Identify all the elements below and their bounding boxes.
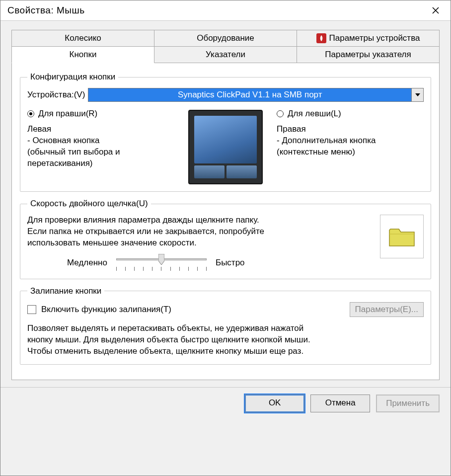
chevron-down-icon — [415, 93, 420, 96]
window-title: Свойства: Мышь — [7, 5, 85, 16]
button-config-legend: Конфигурация кнопки — [27, 72, 118, 82]
click-lock-params-button: Параметры(E)... — [350, 302, 424, 317]
folder-icon — [388, 225, 416, 248]
radio-right-handed[interactable]: Для правши(R) — [27, 109, 174, 119]
click-lock-checkbox[interactable]: Включить функцию залипания(T) — [27, 305, 171, 315]
double-click-slider[interactable] — [114, 254, 209, 272]
tab-pointers[interactable]: Указатели — [154, 46, 297, 63]
fast-label: Быстро — [216, 258, 245, 268]
button-config-group: Конфигурация кнопки Устройства:(V) Synap… — [20, 72, 431, 192]
title-bar: Свойства: Мышь — [0, 0, 451, 21]
right-handed-desc: Левая - Основная кнопка (обычный тип выб… — [27, 124, 174, 169]
double-click-test-folder[interactable] — [380, 215, 424, 258]
synaptics-icon — [316, 33, 326, 43]
double-click-desc: Для проверки влияния параметра дважды ще… — [27, 215, 373, 249]
click-lock-desc: Позволяет выделять и перетаскивать объек… — [27, 323, 424, 357]
left-handed-desc: Правая - Дополнительная кнопка (контекст… — [277, 124, 424, 158]
click-lock-group: Залипание кнопки Включить функцию залипа… — [20, 286, 431, 365]
checkbox-icon — [27, 305, 36, 314]
tab-device-settings[interactable]: Параметры устройства — [297, 30, 440, 46]
close-button[interactable] — [426, 3, 446, 17]
device-combo-value: Synaptics ClickPad V1.1 на SMB порт — [88, 88, 411, 101]
slow-label: Медленно — [67, 258, 107, 268]
touchpad-preview — [188, 110, 263, 184]
tab-pointer-options[interactable]: Параметры указателя — [297, 46, 440, 63]
tab-hardware[interactable]: Оборудование — [154, 30, 297, 46]
radio-left-handed[interactable]: Для левши(L) — [277, 109, 424, 119]
device-combo-button[interactable] — [411, 88, 423, 101]
tab-buttons[interactable]: Кнопки — [11, 46, 154, 63]
click-lock-legend: Залипание кнопки — [27, 286, 104, 296]
device-combo[interactable]: Synaptics ClickPad V1.1 на SMB порт — [88, 88, 424, 102]
slider-thumb-icon — [158, 254, 164, 265]
tab-row-bottom: Кнопки Указатели Параметры указателя — [11, 46, 440, 63]
tab-row-top: Колесико Оборудование Параметры устройст… — [11, 30, 440, 46]
ok-button[interactable]: OK — [245, 395, 304, 412]
tab-panel: Конфигурация кнопки Устройства:(V) Synap… — [11, 63, 440, 380]
double-click-group: Скорость двойного щелчка(U) Для проверки… — [20, 199, 431, 279]
radio-icon — [277, 110, 284, 117]
device-label: Устройства:(V) — [27, 90, 85, 100]
cancel-button[interactable]: Отмена — [310, 395, 370, 412]
radio-icon — [27, 110, 34, 117]
apply-button: Применить — [376, 395, 440, 412]
close-icon — [432, 6, 440, 14]
double-click-legend: Скорость двойного щелчка(U) — [27, 199, 151, 209]
dialog-buttons: OK Отмена Применить — [0, 387, 451, 421]
tab-wheel[interactable]: Колесико — [11, 30, 154, 46]
